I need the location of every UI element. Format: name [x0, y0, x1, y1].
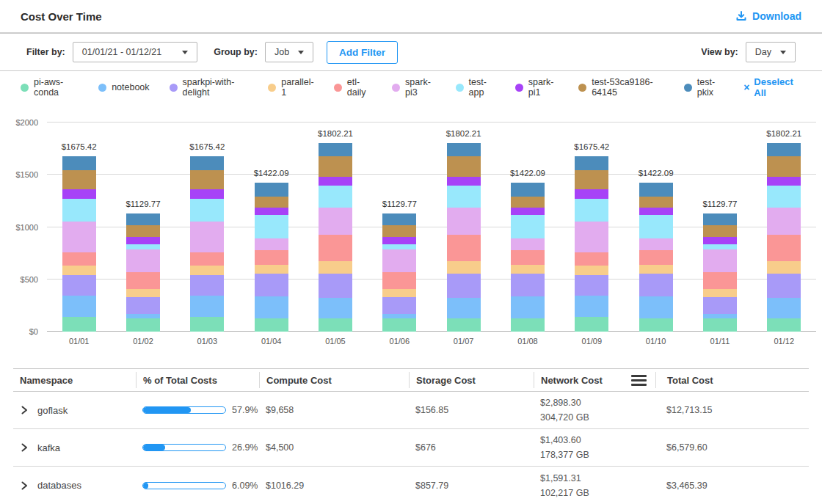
legend-label: sparkpi-with-delight	[183, 77, 249, 98]
y-axis-tick-label: $1500	[0, 170, 38, 179]
legend-item-test-pkix[interactable]: test-pkix	[684, 77, 724, 98]
legend-item-test-app[interactable]: test-app	[456, 77, 495, 98]
stacked-bar-01/01[interactable]	[62, 156, 96, 332]
bar-total-label: $1675.42	[574, 142, 609, 151]
bar-segment-parallel-1	[382, 289, 416, 297]
legend-item-test-53ca9186-64145[interactable]: test-53ca9186-64145	[578, 77, 664, 98]
expand-chevron-icon[interactable]	[20, 442, 29, 453]
expand-chevron-icon[interactable]	[20, 405, 29, 415]
storage-cost-cell: $156.85	[409, 405, 534, 415]
bar-segment-spark-pi3	[447, 208, 481, 235]
column-menu-icon[interactable]	[630, 373, 648, 387]
legend-item-spark-pi3[interactable]: spark-pi3	[392, 77, 435, 98]
bar-segment-test-pkix	[319, 143, 352, 156]
legend-item-spark-pi1[interactable]: spark-pi1	[515, 77, 559, 98]
legend-label: test-app	[469, 77, 495, 98]
bar-segment-pi-aws-conda	[767, 318, 801, 332]
bar-segment-test-pkix	[511, 183, 545, 197]
view-by-dropdown[interactable]: Day	[746, 42, 796, 62]
stacked-bar-01/12[interactable]	[767, 143, 801, 332]
bar-segment-spark-pi3	[62, 222, 96, 252]
view-by-value: Day	[755, 47, 771, 57]
stacked-bar-01/05[interactable]	[319, 143, 352, 332]
bar-segment-test-app	[382, 244, 416, 249]
filter-toolbar: Filter by: 01/01/21 - 01/12/21 Group by:…	[0, 34, 822, 71]
bar-segment-notebook	[767, 298, 801, 318]
namespace-cost-table: Namespace % of Total Costs Compute Cost …	[13, 368, 809, 504]
bar-segment-test-53ca9186-64145	[447, 156, 481, 176]
group-by-label: Group by:	[214, 47, 258, 57]
stacked-bar-01/07[interactable]	[447, 143, 481, 332]
bar-segment-notebook	[511, 296, 545, 318]
network-cost-cell: $1,591.31102,217 GB	[534, 471, 655, 500]
close-icon: ×	[743, 81, 749, 93]
legend-label: pi-aws-conda	[34, 77, 79, 98]
bar-segment-parallel-1	[767, 261, 801, 274]
network-cost-value: $2,898.30	[540, 395, 655, 410]
network-gb-value: 178,377 GB	[540, 448, 655, 462]
stacked-bar-01/03[interactable]	[190, 156, 224, 332]
legend-item-parallel-1[interactable]: parallel-1	[268, 77, 313, 98]
bar-segment-notebook	[319, 298, 352, 318]
bar-total-label: $1129.77	[126, 200, 160, 208]
group-by-dropdown[interactable]: Job	[265, 42, 313, 62]
bar-segment-etl-daily	[319, 235, 352, 261]
x-axis-tick-label: 01/06	[368, 337, 432, 346]
stacked-bar-01/09[interactable]	[575, 156, 608, 332]
y-axis-tick-label: $500	[0, 275, 38, 284]
stacked-bar-01/10[interactable]	[639, 183, 673, 332]
bar-segment-parallel-1	[255, 265, 288, 274]
cost-over-time-chart: $0$500$1000$1500$2000$1675.42$1129.77$16…	[0, 103, 822, 346]
bar-segment-pi-aws-conda	[575, 317, 608, 332]
bar-slot-01/01: $1675.42	[47, 123, 111, 332]
column-header-compute-cost: Compute Cost	[259, 372, 409, 388]
x-axis-tick-label: 01/08	[495, 337, 559, 346]
chart-legend: pi-aws-condanotebooksparkpi-with-delight…	[0, 71, 822, 103]
compute-cost-cell: $1016.29	[259, 481, 409, 491]
bar-segment-test-pkix	[255, 183, 288, 197]
compute-cost-cell: $4,500	[259, 442, 409, 453]
stacked-bar-01/02[interactable]	[126, 213, 160, 332]
bar-segment-etl-daily	[575, 252, 608, 266]
bar-segment-sparkpi-with-delight	[190, 275, 224, 296]
pct-value: 57.9%	[232, 405, 258, 415]
x-axis-tick-label: 01/07	[432, 337, 495, 346]
bar-segment-spark-pi3	[511, 238, 545, 251]
legend-item-pi-aws-conda[interactable]: pi-aws-conda	[21, 77, 79, 98]
stacked-bar-01/08[interactable]	[511, 183, 545, 332]
x-axis-tick-label: 01/12	[752, 337, 816, 346]
legend-label: etl-daily	[347, 77, 372, 98]
bar-segment-notebook	[255, 296, 288, 318]
download-button[interactable]: Download	[735, 10, 801, 22]
total-cost-cell: $3,465.39	[655, 481, 809, 491]
bar-segment-test-53ca9186-64145	[511, 197, 545, 208]
bar-segment-etl-daily	[511, 250, 545, 265]
legend-item-notebook[interactable]: notebook	[98, 82, 149, 92]
deselect-all-button[interactable]: × Deselect All	[743, 76, 801, 98]
legend-item-sparkpi-with-delight[interactable]: sparkpi-with-delight	[170, 77, 249, 98]
expand-chevron-icon[interactable]	[20, 481, 29, 491]
legend-item-etl-daily[interactable]: etl-daily	[334, 77, 372, 98]
bar-segment-parallel-1	[575, 266, 608, 275]
pct-progress-fill	[143, 483, 148, 489]
bar-segment-test-pkix	[703, 213, 737, 225]
bar-segment-test-53ca9186-64145	[703, 225, 737, 237]
legend-dot-icon	[334, 84, 342, 92]
bar-segment-sparkpi-with-delight	[703, 297, 737, 314]
stacked-bar-01/06[interactable]	[382, 213, 416, 332]
pct-total-costs-cell: 57.9%	[136, 405, 259, 415]
network-cost-value: $1,403.60	[540, 433, 655, 448]
stacked-bar-01/11[interactable]	[703, 213, 737, 332]
date-range-dropdown[interactable]: 01/01/21 - 01/12/21	[73, 42, 197, 62]
add-filter-button[interactable]: Add Filter	[327, 41, 398, 64]
bar-segment-test-53ca9186-64145	[319, 156, 352, 176]
bar-slot-01/09: $1675.42	[560, 123, 624, 332]
bar-segment-pi-aws-conda	[511, 318, 545, 332]
stacked-bar-01/04[interactable]	[255, 183, 288, 332]
bar-segment-test-pkix	[639, 183, 673, 197]
namespace-name: goflask	[37, 405, 68, 416]
legend-label: test-53ca9186-64145	[592, 77, 664, 98]
pct-progress-bar	[142, 482, 226, 489]
table-row-databases: databases6.09%$1016.29$857.79$1,591.3110…	[13, 467, 809, 504]
bar-segment-etl-daily	[639, 250, 673, 265]
